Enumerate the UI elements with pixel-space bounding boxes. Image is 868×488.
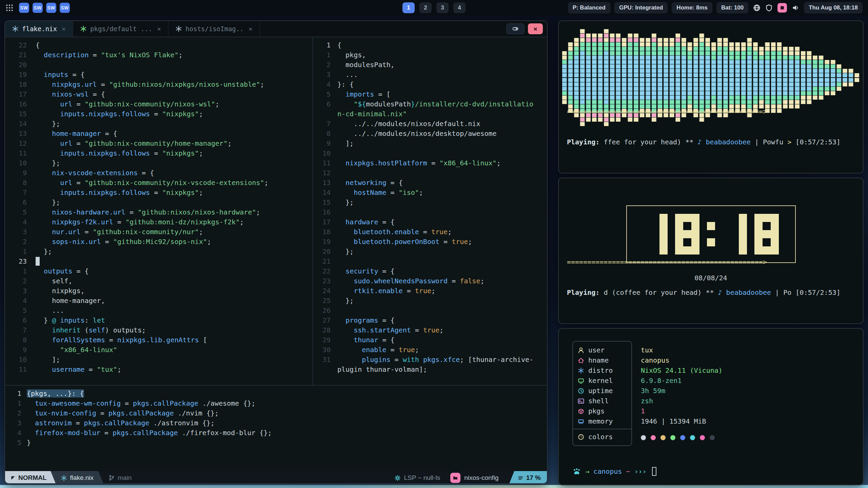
tab-close-icon[interactable]: × — [62, 25, 66, 33]
code-line: 9 "x86_64-linux" — [8, 345, 312, 354]
fetch-info-box: userhnamedistrokerneluptimeshellpkgsmemo… — [572, 341, 632, 446]
code-token: "nixpkgs" — [162, 188, 199, 197]
text-span: d (coffee for your head) ** — [604, 288, 718, 297]
editor-pane-pkgs[interactable]: 1{pkgs, ...}: {1 tux-awesome-wm-config =… — [5, 386, 547, 471]
code-token: ; [thunar-archive- — [460, 355, 533, 364]
shield-icon[interactable] — [765, 4, 773, 12]
line-number: 1 — [8, 267, 27, 275]
code-line: 1{pkgs, ...}: { — [8, 388, 547, 398]
git-branch[interactable]: main — [108, 471, 132, 484]
line-number: 16 — [316, 208, 331, 216]
code-token: = — [150, 149, 162, 157]
editor-tab[interactable]: flake.nix× — [5, 21, 73, 37]
text-span: Playing: — [567, 138, 604, 146]
code-token: }; — [36, 159, 60, 167]
code-token: }; — [337, 198, 354, 206]
line-number: 30 — [316, 346, 331, 354]
code-token: ; — [178, 51, 182, 59]
clock-cell — [763, 214, 771, 222]
code-token: = — [96, 409, 108, 417]
line-number: 29 — [316, 336, 331, 344]
code-token: "nixpkgs" — [162, 110, 199, 118]
code-line: 1 outputs = { — [8, 266, 312, 276]
workspace-tag[interactable]: SW — [60, 3, 70, 13]
line-number: 9 — [8, 169, 27, 177]
code-token: false — [460, 277, 480, 285]
fetch-label: user — [588, 346, 605, 354]
code-line: 22{ — [8, 40, 312, 50]
code-token: ; — [497, 159, 501, 167]
fetch-label: uptime — [588, 387, 613, 395]
volume-icon[interactable] — [792, 4, 799, 12]
text-span: canopus — [593, 467, 622, 475]
editor-tab[interactable]: pkgs/default ...× — [73, 21, 169, 37]
line-number: 12 — [316, 169, 331, 177]
line-number: 4 — [316, 80, 331, 88]
line-number: 17 — [316, 218, 331, 226]
code-token: ./astronvim {}; — [149, 419, 215, 427]
code-token: = — [387, 188, 399, 197]
indicator-badge[interactable] — [777, 3, 787, 13]
editor-pane-flake[interactable]: 22{21 description = "tux's NixOS Flake";… — [5, 37, 312, 385]
code-token: }; — [36, 120, 60, 128]
code-token: modulesPath, — [337, 61, 395, 69]
fetch-rows: userhnamedistrokerneluptimeshellpkgsmemo… — [573, 345, 631, 442]
editor-tab[interactable]: hosts/isoImag..× — [169, 21, 260, 37]
code-token: "github:nix-community/nix-vscode-extensi… — [85, 179, 264, 187]
clock-icon — [578, 388, 584, 394]
visualizer-footer: ========================================… — [567, 86, 855, 167]
workspace-button-2[interactable]: 2 — [419, 2, 432, 13]
tab-label: flake.nix — [22, 25, 57, 33]
nix-icon — [61, 475, 67, 481]
code-token: outputs — [44, 267, 72, 275]
code-token: nix-vscode-extensions — [52, 169, 138, 177]
code-token: [ — [199, 336, 207, 344]
tab-close-icon[interactable]: × — [157, 25, 161, 33]
fetch-row: shell — [573, 396, 631, 406]
line-number: 21 — [8, 51, 27, 59]
fetch-separator — [573, 426, 631, 429]
text-span: ~ — [622, 467, 634, 475]
workspace-tag[interactable]: SW — [46, 3, 56, 13]
code-line: n-cd-minimal.nix" — [316, 109, 547, 119]
desktop: SWSWSWSW 1234 P: BalancedGPU: Integrated… — [0, 0, 868, 488]
topbar-clock[interactable]: Thu Aug 08, 18:18 — [804, 2, 863, 14]
scroll-label: 17 % — [526, 474, 541, 482]
code-token: hardware — [346, 218, 378, 226]
code-line: 1 }; — [8, 246, 312, 256]
network-icon[interactable] — [753, 4, 761, 12]
window-close-button[interactable]: × — [528, 23, 543, 34]
fetch-value: zsh — [641, 396, 723, 406]
fetch-row: hname — [573, 355, 631, 365]
shell-prompt[interactable]: → canopus ~ ››› — [572, 467, 656, 476]
code-line: 28 ssh.startAgent = true; — [316, 325, 547, 335]
line-number: 27 — [316, 316, 331, 324]
branch-label: main — [118, 474, 132, 482]
code-token — [36, 365, 52, 373]
gear-icon — [394, 475, 401, 481]
workspace-tag[interactable]: SW — [33, 3, 43, 13]
code-token: ; — [415, 346, 419, 354]
workspace-button-3[interactable]: 3 — [436, 2, 449, 13]
tab-close-icon[interactable]: × — [249, 25, 253, 33]
wallpaper-bottom-strip — [0, 485, 868, 488]
toggle-button[interactable] — [506, 23, 525, 34]
project-indicator[interactable]: nixos-config — [450, 473, 498, 483]
code-line: plugin thunar-volman]; — [316, 364, 547, 374]
app-launcher-icon[interactable] — [5, 4, 14, 12]
code-token: "github:nix-community/nur" — [93, 228, 199, 236]
line-number: 25 — [316, 297, 331, 305]
line-number: 2 — [316, 61, 331, 69]
clock-cell — [723, 214, 731, 222]
line-number: 8 — [8, 336, 27, 344]
statusline-file[interactable]: flake.nix — [51, 471, 104, 484]
workspace-tag[interactable]: SW — [19, 3, 29, 13]
editor-pane-iso[interactable]: 1{1 pkgs,2 modulesPath,3 ...4}: {5 impor… — [313, 37, 547, 385]
text-span: ffee for your head) ** — [604, 138, 697, 146]
code-token: pkgs.xfce — [423, 355, 460, 364]
workspace-button-1[interactable]: 1 — [402, 2, 415, 13]
tab-label: pkgs/default ... — [90, 25, 152, 33]
code-token — [56, 316, 60, 324]
workspace-button-4[interactable]: 4 — [453, 2, 466, 13]
code-token: } — [411, 100, 415, 108]
